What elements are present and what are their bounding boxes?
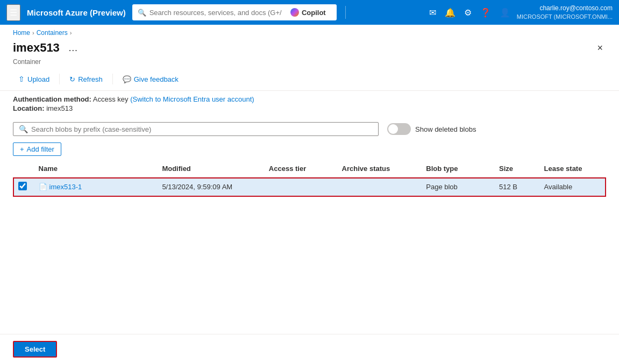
search-icon: 🔍 [138,9,146,17]
table-row[interactable]: 📄 imex513-1 5/13/2024, 9:59:09 AM Page b… [13,177,606,197]
col-checkbox [13,160,33,177]
add-filter-icon: + [20,145,24,153]
show-deleted-toggle-wrap: Show deleted blobs [387,123,476,135]
col-header-blob-type: Blob type [421,160,494,177]
col-header-name: Name [33,160,157,177]
page-menu-button[interactable]: … [65,41,81,55]
auth-value-text: Access key [93,95,129,103]
row-name: 📄 imex513-1 [33,177,157,197]
auth-info-row: Authentication method: Access key (Switc… [13,95,606,103]
user-account[interactable]: charlie.roy@contoso.com MICROSOFT (MICRO… [517,4,613,21]
topbar-divider [345,6,346,19]
blob-search-icon: 🔍 [19,125,28,133]
location-label: Location: [13,104,45,112]
breadcrumb-home[interactable]: Home [13,29,30,37]
copilot-button[interactable]: Copilot [285,6,331,18]
breadcrumb: Home › Containers › [0,25,619,39]
show-deleted-label: Show deleted blobs [415,125,476,133]
page-title: imex513 [13,41,60,55]
col-header-size: Size [494,160,539,177]
user-org: MICROSOFT (MICROSOFT.ONMI... [517,13,613,21]
breadcrumb-sep-1: › [32,30,34,36]
row-archive-status [337,177,421,197]
blob-search-box: 🔍 [13,122,379,136]
row-checkbox[interactable] [18,182,27,190]
toolbar-separator-2 [112,74,113,84]
blob-table: Name Modified Access tier Archive status… [13,160,606,197]
page-subtitle: Container [0,58,619,70]
breadcrumb-containers[interactable]: Containers [37,29,68,37]
auth-switch-link[interactable]: (Switch to Microsoft Entra user account) [130,95,254,103]
user-name: charlie.roy@contoso.com [517,4,613,13]
topbar-icons: ✉ 🔔 ⚙ ❓ 👤 charlie.roy@contoso.com MICROS… [427,4,613,21]
row-modified: 5/13/2024, 9:59:09 AM [156,177,263,197]
filter-row: + Add filter [0,140,619,160]
row-checkbox-cell [13,177,33,197]
add-filter-label: Add filter [27,145,54,153]
col-header-modified: Modified [156,160,263,177]
show-deleted-toggle[interactable] [387,123,411,135]
col-header-access-tier: Access tier [264,160,337,177]
feedback-icon[interactable]: ✉ [427,5,438,20]
blob-name-text: imex513-1 [49,183,82,191]
upload-icon: ⇧ [18,75,25,83]
topbar: ☰ Microsoft Azure (Preview) 🔍 Copilot ✉ … [0,0,619,25]
global-search-input[interactable] [150,9,282,17]
upload-button[interactable]: ⇧ Upload [13,72,55,86]
refresh-button[interactable]: ↻ Refresh [64,73,108,86]
hamburger-menu[interactable]: ☰ [6,4,20,21]
global-search-box: 🔍 Copilot [132,4,337,20]
portal-menu-icon[interactable]: 👤 [497,5,513,20]
copilot-label: Copilot [302,9,326,17]
row-blob-type: Page blob [421,177,494,197]
refresh-icon: ↻ [69,75,75,83]
breadcrumb-sep-2: › [70,30,72,36]
blob-table-wrap: Name Modified Access tier Archive status… [0,160,619,334]
table-header-row: Name Modified Access tier Archive status… [13,160,606,177]
location-value-text: imex513 [46,104,73,112]
blob-search-input[interactable] [31,125,373,133]
file-icon: 📄 [39,183,47,191]
search-row: 🔍 Show deleted blobs [0,118,619,140]
location-info-row: Location: imex513 [13,104,606,112]
notifications-icon[interactable]: 🔔 [443,5,458,20]
footer: Select [0,334,619,364]
info-section: Authentication method: Access key (Switc… [0,91,619,118]
copilot-logo [290,8,299,17]
blob-name-link[interactable]: 📄 imex513-1 [39,183,152,191]
row-lease-state: Available [539,177,606,197]
add-filter-button[interactable]: + Add filter [13,142,61,156]
col-header-lease-state: Lease state [539,160,606,177]
close-button[interactable]: × [594,41,606,55]
toolbar-separator-1 [59,74,60,84]
feedback-button[interactable]: 💬 Give feedback [117,73,184,86]
col-header-archive-status: Archive status [337,160,421,177]
app-title: Microsoft Azure (Preview) [27,8,126,17]
help-icon[interactable]: ❓ [478,5,493,20]
toggle-knob [388,124,398,134]
settings-icon[interactable]: ⚙ [462,5,474,20]
toolbar: ⇧ Upload ↻ Refresh 💬 Give feedback [0,70,619,91]
row-access-tier [264,177,337,197]
page-header: imex513 … × [0,39,619,58]
row-size: 512 B [494,177,539,197]
feedback-icon-toolbar: 💬 [123,75,131,83]
auth-label: Authentication method: [13,95,91,103]
select-button[interactable]: Select [13,341,57,358]
